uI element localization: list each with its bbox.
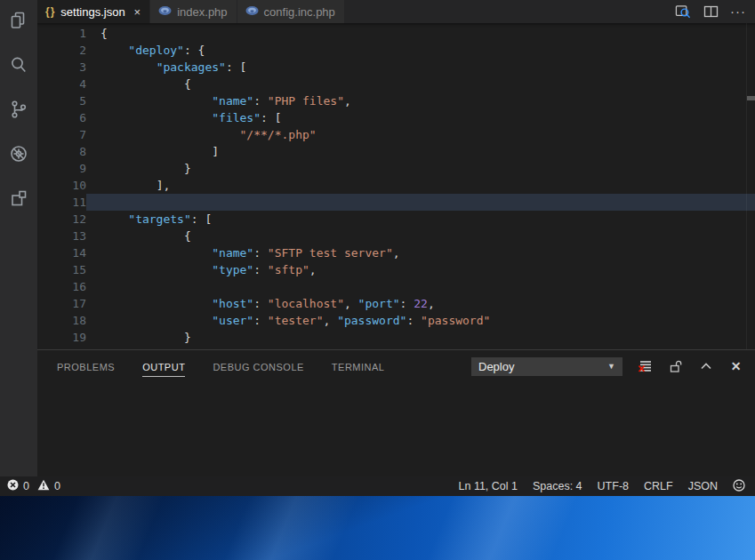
code-editor[interactable]: 1{2 "deploy": {3 "packages": [4 {5 "name… — [37, 23, 755, 349]
code-line-content[interactable]: "user": "tester", "password": "password" — [86, 312, 755, 329]
code-line-content[interactable]: ], — [86, 177, 755, 194]
close-tab-icon[interactable]: × — [134, 5, 141, 19]
cursor-position-status[interactable]: Ln 11, Col 1 — [457, 480, 519, 492]
clear-output-button[interactable] — [638, 359, 653, 374]
code-line[interactable]: 15 "type": "sftp", — [37, 261, 755, 278]
chevron-down-icon: ▼ — [607, 362, 615, 371]
tab-settings-json[interactable]: {} settings.json × — [37, 0, 150, 23]
panel-tab-output[interactable]: OUTPUT — [142, 356, 185, 377]
code-line[interactable]: 2 "deploy": { — [37, 42, 755, 59]
code-line[interactable]: 13 { — [37, 228, 755, 244]
code-line[interactable]: 7 "/**/*.php" — [37, 126, 755, 143]
files-icon — [8, 10, 29, 35]
code-line[interactable]: 18 "user": "tester", "password": "passwo… — [37, 312, 755, 329]
line-number: 17 — [37, 295, 86, 312]
desktop: {} settings.json × index.php config.inc.… — [0, 0, 755, 560]
code-line[interactable]: 8 ] — [37, 143, 755, 160]
tab-label: config.inc.php — [264, 5, 335, 19]
tab-label: settings.json — [60, 5, 124, 19]
code-line[interactable]: 12 "targets": [ — [37, 211, 755, 228]
line-number: 4 — [37, 76, 86, 92]
error-icon — [7, 479, 19, 493]
activity-extensions-button[interactable] — [0, 178, 37, 222]
code-line[interactable]: 4 { — [37, 76, 755, 92]
code-line-content[interactable]: "packages": [ — [86, 59, 755, 76]
line-number: 11 — [37, 194, 86, 211]
language-mode-status[interactable]: JSON — [687, 480, 719, 492]
tab-config-inc-php[interactable]: config.inc.php — [237, 0, 345, 23]
code-line-content[interactable]: "name": "SFTP test server", — [86, 244, 755, 261]
code-line[interactable]: 14 "name": "SFTP test server", — [37, 244, 755, 261]
line-number: 14 — [37, 244, 86, 261]
activity-search-button[interactable] — [0, 44, 37, 89]
warning-icon — [37, 479, 50, 493]
code-line[interactable]: 19 } — [37, 329, 755, 346]
php-icon — [245, 5, 259, 19]
line-number: 7 — [37, 126, 86, 143]
code-line-content[interactable]: "/**/*.php" — [86, 126, 755, 143]
code-line[interactable]: 17 "host": "localhost", "port": 22, — [37, 295, 755, 312]
status-bar: 0 0 Ln 11, Col 1 Spaces: 4 UTF-8 CRLF JS… — [0, 476, 755, 496]
activity-source-control-button[interactable] — [0, 89, 37, 133]
search-icon — [8, 54, 29, 79]
line-number: 9 — [37, 160, 86, 177]
code-line-content[interactable]: "type": "sftp", — [86, 261, 755, 278]
panel-tab-terminal[interactable]: TERMINAL — [332, 356, 385, 376]
code-line-content[interactable]: "deploy": { — [86, 42, 755, 59]
tab-label: index.php — [177, 5, 227, 19]
split-editor-button[interactable] — [703, 4, 719, 20]
open-preview-button[interactable] — [675, 4, 691, 20]
panel-actions: Deploy ▼ ✕ — [471, 357, 755, 376]
output-channel-select[interactable]: Deploy ▼ — [471, 357, 622, 376]
json-braces-icon: {} — [45, 5, 55, 18]
indentation-status[interactable]: Spaces: 4 — [531, 480, 584, 492]
code-line-content[interactable]: { — [86, 76, 755, 92]
activity-debug-button[interactable] — [0, 133, 37, 178]
overview-ruler-marker — [747, 96, 755, 100]
problems-status[interactable]: 0 0 — [0, 479, 60, 493]
line-number: 16 — [37, 278, 86, 295]
code-line-content[interactable]: ] — [86, 143, 755, 160]
activity-explorer-button[interactable] — [0, 0, 37, 44]
code-line[interactable]: 16 — [37, 278, 755, 295]
code-line-content[interactable]: "targets": [ — [86, 211, 755, 228]
php-icon — [158, 5, 172, 19]
code-line[interactable]: 10 ], — [37, 177, 755, 194]
panel-tab-problems[interactable]: PROBLEMS — [57, 356, 115, 376]
code-line[interactable]: 1{ — [37, 25, 755, 42]
line-number: 15 — [37, 261, 86, 278]
code-line[interactable]: 6 "files": [ — [37, 109, 755, 126]
line-number: 5 — [37, 92, 86, 109]
panel-tab-debug-console[interactable]: DEBUG CONSOLE — [213, 356, 303, 376]
code-line[interactable]: 5 "name": "PHP files", — [37, 92, 755, 109]
code-line[interactable]: 11 — [37, 194, 755, 211]
more-actions-button[interactable]: ··· — [730, 4, 746, 20]
code-line-content[interactable] — [86, 194, 755, 211]
line-number: 6 — [37, 109, 86, 126]
code-line[interactable]: 9 } — [37, 160, 755, 177]
code-line[interactable]: 3 "packages": [ — [37, 59, 755, 76]
output-channel-value: Deploy — [478, 360, 514, 373]
code-line-content[interactable]: } — [86, 160, 755, 177]
code-line-content[interactable]: "files": [ — [86, 109, 755, 126]
code-line-content[interactable]: "host": "localhost", "port": 22, — [86, 295, 755, 312]
error-count: 0 — [23, 480, 29, 492]
code-line-content[interactable]: } — [86, 329, 755, 346]
maximize-panel-button[interactable] — [698, 359, 713, 374]
code-line-content[interactable]: { — [86, 228, 755, 244]
line-number: 19 — [37, 329, 86, 346]
code-line-content[interactable]: "name": "PHP files", — [86, 92, 755, 109]
line-number: 10 — [37, 177, 86, 194]
line-number: 13 — [37, 228, 86, 244]
source-control-icon — [8, 99, 29, 124]
tab-index-php[interactable]: index.php — [150, 0, 237, 23]
close-panel-button[interactable]: ✕ — [728, 359, 743, 374]
eol-status[interactable]: CRLF — [642, 480, 675, 492]
desktop-wallpaper — [0, 496, 755, 560]
code-line-content[interactable] — [86, 278, 755, 295]
unlock-scroll-button[interactable] — [668, 359, 683, 374]
debug-icon — [8, 143, 29, 168]
code-line-content[interactable]: { — [86, 25, 755, 42]
encoding-status[interactable]: UTF-8 — [596, 480, 631, 492]
feedback-smiley-icon[interactable] — [731, 479, 747, 494]
